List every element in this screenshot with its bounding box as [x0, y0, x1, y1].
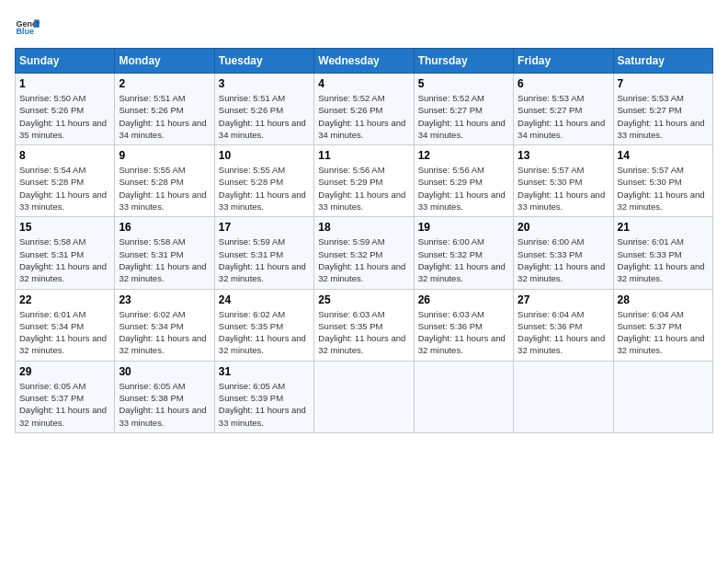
day-info: Sunrise: 6:00 AM Sunset: 5:33 PM Dayligh…: [518, 236, 609, 284]
logo-icon: General Blue: [15, 15, 40, 40]
day-info: Sunrise: 5:54 AM Sunset: 5:28 PM Dayligh…: [19, 164, 110, 213]
calendar-cell: 18 Sunrise: 5:59 AM Sunset: 5:32 PM Dayl…: [314, 217, 414, 289]
calendar-cell: 4 Sunrise: 5:52 AM Sunset: 5:26 PM Dayli…: [314, 74, 414, 145]
day-number: 17: [219, 221, 310, 234]
day-number: 15: [19, 221, 110, 234]
column-header-saturday: Saturday: [613, 49, 712, 74]
column-header-monday: Monday: [115, 49, 214, 74]
day-number: 27: [518, 293, 609, 306]
day-number: 18: [318, 221, 409, 234]
calendar-cell: 31 Sunrise: 6:05 AM Sunset: 5:39 PM Dayl…: [214, 361, 313, 432]
svg-text:Blue: Blue: [16, 27, 34, 36]
header-row: SundayMondayTuesdayWednesdayThursdayFrid…: [16, 49, 713, 74]
day-number: 7: [618, 77, 709, 90]
day-info: Sunrise: 6:03 AM Sunset: 5:36 PM Dayligh…: [418, 308, 509, 357]
calendar-cell: 27 Sunrise: 6:04 AM Sunset: 5:36 PM Dayl…: [514, 289, 613, 361]
day-number: 26: [418, 293, 509, 306]
calendar-cell: 12 Sunrise: 5:56 AM Sunset: 5:29 PM Dayl…: [414, 145, 513, 217]
page-header: General Blue: [15, 15, 713, 40]
calendar-cell: 25 Sunrise: 6:03 AM Sunset: 5:35 PM Dayl…: [314, 289, 414, 361]
day-info: Sunrise: 5:55 AM Sunset: 5:28 PM Dayligh…: [219, 164, 310, 213]
day-number: 5: [418, 77, 509, 90]
calendar-cell: 13 Sunrise: 5:57 AM Sunset: 5:30 PM Dayl…: [514, 145, 613, 217]
calendar-cell: 19 Sunrise: 6:00 AM Sunset: 5:32 PM Dayl…: [414, 217, 513, 289]
column-header-tuesday: Tuesday: [214, 49, 313, 74]
day-number: 22: [19, 293, 110, 306]
calendar-week-2: 8 Sunrise: 5:54 AM Sunset: 5:28 PM Dayli…: [16, 145, 713, 217]
calendar-cell: 22 Sunrise: 6:01 AM Sunset: 5:34 PM Dayl…: [16, 289, 115, 361]
calendar-cell: 16 Sunrise: 5:58 AM Sunset: 5:31 PM Dayl…: [115, 217, 214, 289]
day-number: 8: [19, 149, 110, 162]
calendar-cell: [613, 361, 712, 432]
calendar-cell: 2 Sunrise: 5:51 AM Sunset: 5:26 PM Dayli…: [115, 74, 214, 145]
day-number: 30: [119, 365, 210, 378]
day-number: 2: [119, 77, 210, 90]
calendar-table: SundayMondayTuesdayWednesdayThursdayFrid…: [15, 48, 713, 433]
calendar-cell: 21 Sunrise: 6:01 AM Sunset: 5:33 PM Dayl…: [613, 217, 712, 289]
day-number: 16: [119, 221, 210, 234]
calendar-week-4: 22 Sunrise: 6:01 AM Sunset: 5:34 PM Dayl…: [16, 289, 713, 361]
day-number: 25: [318, 293, 409, 306]
day-number: 28: [618, 293, 709, 306]
day-number: 10: [219, 149, 310, 162]
calendar-cell: 29 Sunrise: 6:05 AM Sunset: 5:37 PM Dayl…: [16, 361, 115, 432]
calendar-cell: 5 Sunrise: 5:52 AM Sunset: 5:27 PM Dayli…: [414, 74, 513, 145]
day-info: Sunrise: 6:00 AM Sunset: 5:32 PM Dayligh…: [418, 236, 509, 284]
day-number: 11: [318, 149, 409, 162]
calendar-week-5: 29 Sunrise: 6:05 AM Sunset: 5:37 PM Dayl…: [16, 361, 713, 432]
day-number: 14: [618, 149, 709, 162]
day-info: Sunrise: 5:57 AM Sunset: 5:30 PM Dayligh…: [518, 164, 609, 213]
day-info: Sunrise: 5:53 AM Sunset: 5:27 PM Dayligh…: [518, 92, 609, 141]
day-info: Sunrise: 5:59 AM Sunset: 5:32 PM Dayligh…: [318, 236, 409, 284]
day-number: 21: [618, 221, 709, 234]
day-info: Sunrise: 6:05 AM Sunset: 5:39 PM Dayligh…: [219, 380, 310, 429]
day-info: Sunrise: 6:02 AM Sunset: 5:34 PM Dayligh…: [119, 308, 210, 357]
calendar-cell: [514, 361, 613, 432]
calendar-cell: 3 Sunrise: 5:51 AM Sunset: 5:26 PM Dayli…: [214, 74, 313, 145]
day-number: 31: [219, 365, 310, 378]
column-header-thursday: Thursday: [414, 49, 513, 74]
calendar-cell: 17 Sunrise: 5:59 AM Sunset: 5:31 PM Dayl…: [214, 217, 313, 289]
calendar-cell: 8 Sunrise: 5:54 AM Sunset: 5:28 PM Dayli…: [16, 145, 115, 217]
day-number: 4: [318, 77, 409, 90]
calendar-week-1: 1 Sunrise: 5:50 AM Sunset: 5:26 PM Dayli…: [16, 74, 713, 145]
day-number: 20: [518, 221, 609, 234]
calendar-week-3: 15 Sunrise: 5:58 AM Sunset: 5:31 PM Dayl…: [16, 217, 713, 289]
day-info: Sunrise: 6:02 AM Sunset: 5:35 PM Dayligh…: [219, 308, 310, 357]
day-info: Sunrise: 6:04 AM Sunset: 5:36 PM Dayligh…: [518, 308, 609, 357]
day-number: 13: [518, 149, 609, 162]
day-info: Sunrise: 5:52 AM Sunset: 5:26 PM Dayligh…: [318, 92, 409, 141]
calendar-cell: 28 Sunrise: 6:04 AM Sunset: 5:37 PM Dayl…: [613, 289, 712, 361]
calendar-cell: 7 Sunrise: 5:53 AM Sunset: 5:27 PM Dayli…: [613, 74, 712, 145]
column-header-friday: Friday: [514, 49, 613, 74]
day-info: Sunrise: 6:05 AM Sunset: 5:37 PM Dayligh…: [19, 380, 110, 429]
day-number: 23: [119, 293, 210, 306]
day-number: 29: [19, 365, 110, 378]
day-info: Sunrise: 6:03 AM Sunset: 5:35 PM Dayligh…: [318, 308, 409, 357]
day-number: 1: [19, 77, 110, 90]
logo: General Blue: [15, 15, 40, 40]
day-info: Sunrise: 5:51 AM Sunset: 5:26 PM Dayligh…: [119, 92, 210, 141]
day-info: Sunrise: 5:56 AM Sunset: 5:29 PM Dayligh…: [318, 164, 409, 213]
day-info: Sunrise: 5:58 AM Sunset: 5:31 PM Dayligh…: [119, 236, 210, 284]
day-number: 9: [119, 149, 210, 162]
day-number: 12: [418, 149, 509, 162]
calendar-cell: 30 Sunrise: 6:05 AM Sunset: 5:38 PM Dayl…: [115, 361, 214, 432]
day-number: 3: [219, 77, 310, 90]
column-header-wednesday: Wednesday: [314, 49, 414, 74]
calendar-cell: 24 Sunrise: 6:02 AM Sunset: 5:35 PM Dayl…: [214, 289, 313, 361]
day-info: Sunrise: 5:50 AM Sunset: 5:26 PM Dayligh…: [19, 92, 110, 141]
calendar-cell: 11 Sunrise: 5:56 AM Sunset: 5:29 PM Dayl…: [314, 145, 414, 217]
day-info: Sunrise: 5:51 AM Sunset: 5:26 PM Dayligh…: [219, 92, 310, 141]
day-info: Sunrise: 6:04 AM Sunset: 5:37 PM Dayligh…: [618, 308, 709, 357]
calendar-cell: 1 Sunrise: 5:50 AM Sunset: 5:26 PM Dayli…: [16, 74, 115, 145]
column-header-sunday: Sunday: [16, 49, 115, 74]
calendar-cell: 23 Sunrise: 6:02 AM Sunset: 5:34 PM Dayl…: [115, 289, 214, 361]
day-number: 24: [219, 293, 310, 306]
calendar-cell: 10 Sunrise: 5:55 AM Sunset: 5:28 PM Dayl…: [214, 145, 313, 217]
day-info: Sunrise: 5:57 AM Sunset: 5:30 PM Dayligh…: [618, 164, 709, 213]
day-info: Sunrise: 6:01 AM Sunset: 5:33 PM Dayligh…: [618, 236, 709, 284]
calendar-cell: 14 Sunrise: 5:57 AM Sunset: 5:30 PM Dayl…: [613, 145, 712, 217]
calendar-cell: 9 Sunrise: 5:55 AM Sunset: 5:28 PM Dayli…: [115, 145, 214, 217]
day-number: 19: [418, 221, 509, 234]
